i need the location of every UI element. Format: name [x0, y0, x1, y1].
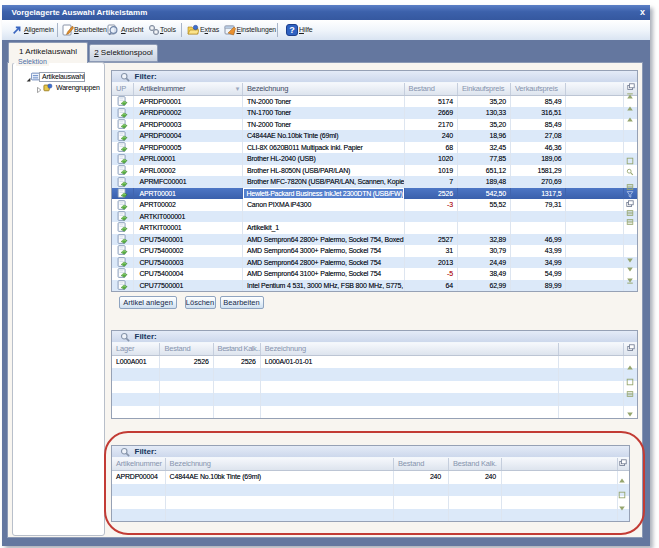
- svg-text:?: ?: [289, 25, 294, 35]
